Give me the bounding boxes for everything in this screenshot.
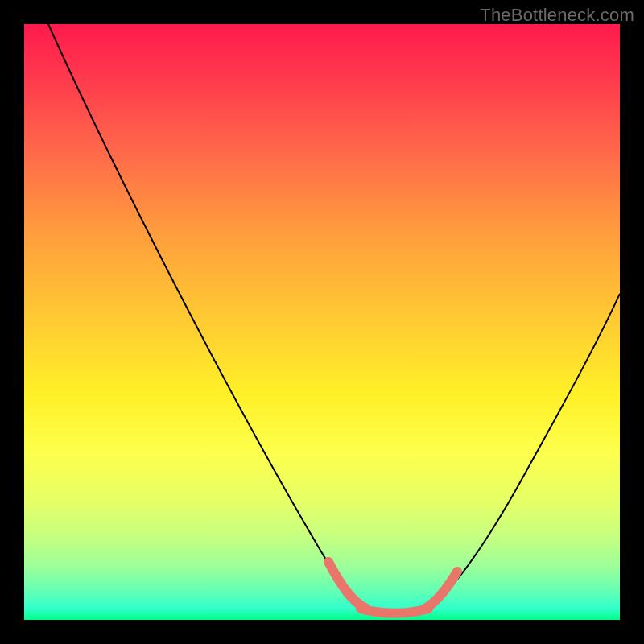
curve-highlight-right — [425, 572, 457, 609]
chart-frame: TheBottleneck.com — [0, 0, 644, 644]
bottleneck-curve — [48, 24, 620, 614]
plot-area — [24, 24, 620, 620]
curve-svg — [24, 24, 620, 620]
curve-highlight-flat — [361, 609, 428, 613]
watermark-text: TheBottleneck.com — [480, 5, 634, 26]
curve-highlight-left — [328, 562, 366, 609]
